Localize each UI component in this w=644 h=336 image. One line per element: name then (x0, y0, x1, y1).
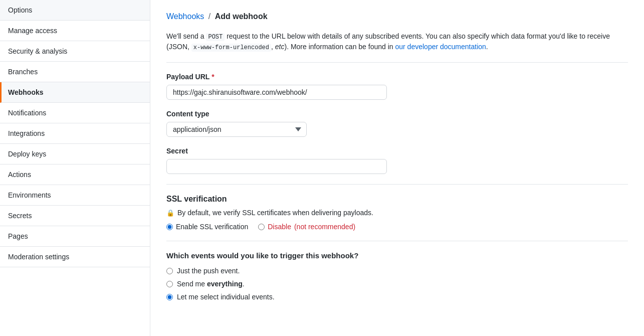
sidebar-item-webhooks[interactable]: Webhooks (0, 82, 150, 103)
secret-input[interactable] (166, 159, 387, 174)
sidebar-item-actions[interactable]: Actions (0, 164, 150, 185)
secret-group: Secret (166, 147, 628, 174)
events-title: Which events would you like to trigger t… (166, 251, 628, 260)
sidebar: OptionsManage accessSecurity & analysisB… (0, 0, 150, 336)
event-just-push: Just the push event. (166, 267, 628, 275)
sidebar-item-options[interactable]: Options (0, 0, 150, 21)
sidebar-item-deploy-keys[interactable]: Deploy keys (0, 144, 150, 164)
disable-ssl-option[interactable]: Disable (not recommended) (258, 223, 355, 231)
urlencoded-code: x-www-form-urlencoded (191, 44, 271, 52)
secret-label: Secret (166, 147, 628, 155)
sidebar-item-notifications[interactable]: Notifications (0, 103, 150, 123)
event-everything-radio[interactable] (166, 281, 173, 287)
enable-ssl-radio[interactable] (166, 224, 173, 230)
etc-text: etc (275, 43, 285, 51)
payload-url-input[interactable] (166, 85, 387, 100)
content-type-label: Content type (166, 110, 628, 118)
required-star: * (211, 73, 214, 81)
post-code: POST (206, 33, 225, 41)
sidebar-item-integrations[interactable]: Integrations (0, 123, 150, 144)
events-section: Which events would you like to trigger t… (166, 251, 628, 301)
sidebar-item-branches[interactable]: Branches (0, 62, 150, 82)
enable-ssl-label: Enable SSL verification (176, 223, 248, 231)
event-everything: Send me everything. (166, 280, 628, 288)
sidebar-item-manage-access[interactable]: Manage access (0, 21, 150, 41)
lock-icon: 🔒 (166, 209, 174, 217)
event-select-individual-radio[interactable] (166, 294, 173, 300)
content-type-select[interactable]: application/json application/x-www-form-… (166, 122, 307, 137)
event-select-individual-label: Let me select individual events. (177, 293, 275, 301)
breadcrumb-separator: / (208, 12, 210, 21)
divider-top (166, 62, 628, 63)
ssl-title: SSL verification (166, 195, 628, 204)
developer-docs-link[interactable]: our developer documentation (395, 43, 486, 51)
breadcrumb-webhooks-link[interactable]: Webhooks (166, 12, 204, 21)
ssl-description: 🔒 By default, we verify SSL certificates… (166, 209, 628, 217)
divider-ssl (166, 184, 628, 185)
ssl-section: SSL verification 🔒 By default, we verify… (166, 195, 628, 231)
sidebar-item-secrets[interactable]: Secrets (0, 206, 150, 226)
breadcrumb-current: Add webhook (215, 12, 268, 21)
page-description: We'll send a POST request to the URL bel… (166, 31, 628, 52)
disable-ssl-note: (not recommended) (294, 223, 355, 231)
breadcrumb: Webhooks / Add webhook (166, 12, 628, 21)
disable-ssl-label: Disable (268, 223, 291, 231)
sidebar-item-security-analysis[interactable]: Security & analysis (0, 41, 150, 62)
sidebar-item-moderation-settings[interactable]: Moderation settings (0, 247, 150, 267)
divider-events (166, 241, 628, 241)
event-select-individual: Let me select individual events. (166, 293, 628, 301)
enable-ssl-option[interactable]: Enable SSL verification (166, 223, 248, 231)
main-content: Webhooks / Add webhook We'll send a POST… (150, 0, 644, 336)
event-just-push-label: Just the push event. (177, 267, 240, 275)
ssl-radio-group: Enable SSL verification Disable (not rec… (166, 223, 628, 231)
sidebar-item-environments[interactable]: Environments (0, 185, 150, 206)
payload-url-label: Payload URL * (166, 73, 628, 81)
disable-ssl-radio[interactable] (258, 224, 265, 230)
content-type-group: Content type application/json applicatio… (166, 110, 628, 137)
event-just-push-radio[interactable] (166, 268, 173, 274)
sidebar-item-pages[interactable]: Pages (0, 226, 150, 247)
payload-url-group: Payload URL * (166, 73, 628, 100)
event-everything-label: Send me everything. (177, 280, 245, 288)
